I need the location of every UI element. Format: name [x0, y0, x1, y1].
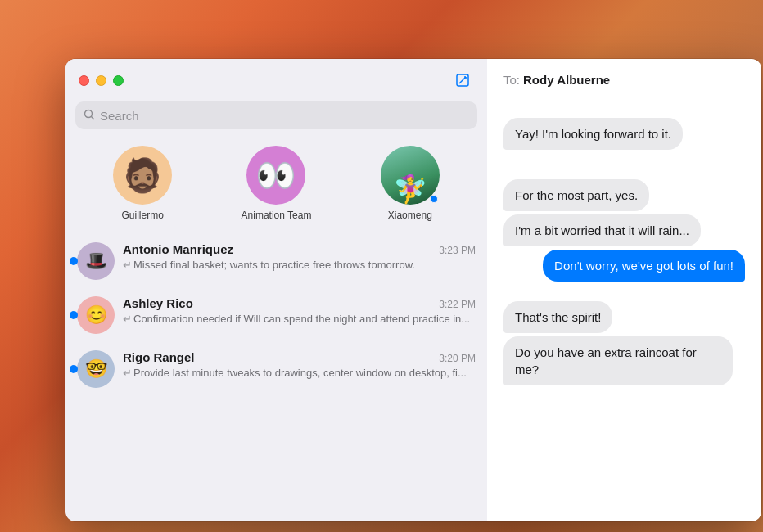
avatar-xiaomeng-wrap: 🧚‍♀️: [381, 146, 440, 205]
rigo-sender: Rigo Rangel: [123, 350, 195, 364]
ashley-content: Ashley Rico 3:22 PM ↵Confirmation needed…: [123, 296, 476, 327]
bubble-row-1: For the most part, yes.: [503, 179, 745, 211]
chat-panel: To: Rody Albuerne Yay! I'm looking forwa…: [487, 59, 761, 521]
messages-window: Search 🧔🏽 Guillermo 👀 Ani: [65, 59, 761, 521]
bubble-4: That's the spirit!: [503, 301, 612, 333]
chat-messages: Yay! I'm looking forward to it. For the …: [487, 101, 761, 521]
unread-dot-antonio: [70, 257, 78, 265]
bubble-1: For the most part, yes.: [503, 179, 649, 211]
ashley-header: Ashley Rico 3:22 PM: [123, 296, 476, 310]
bubble-3: Don't worry, we've got lots of fun!: [543, 250, 745, 282]
antonio-preview: ↵Missed final basket; wants to practice …: [123, 258, 476, 273]
bubble-row-2: I'm a bit worried that it will rain...: [503, 214, 745, 246]
antonio-emoji: 🎩: [85, 250, 107, 272]
to-label: To:: [503, 73, 520, 87]
bubble-row-4: That's the spirit!: [503, 301, 745, 333]
bubble-row-0: Yay! I'm looking forward to it.: [503, 118, 745, 150]
avatar-animation-team-wrap: 👀: [246, 146, 305, 205]
animation-team-name: Animation Team: [242, 210, 312, 221]
rigo-emoji: 🤓: [85, 358, 107, 380]
ashley-preview-icon: ↵: [123, 313, 132, 325]
avatar-guillermo: 🧔🏽: [113, 146, 172, 205]
bubble-0: Yay! I'm looking forward to it.: [503, 118, 683, 150]
svg-line-1: [459, 77, 466, 83]
antonio-sender: Antonio Manriquez: [123, 242, 233, 256]
spacer-1: [503, 156, 745, 173]
chat-recipient: Rody Albuerne: [523, 73, 610, 87]
rigo-header: Rigo Rangel 3:20 PM: [123, 350, 476, 364]
antonio-content: Antonio Manriquez 3:23 PM ↵Missed final …: [123, 242, 476, 273]
search-icon: [84, 109, 95, 123]
rigo-preview-icon: ↵: [123, 367, 132, 379]
ashley-sender: Ashley Rico: [123, 296, 193, 310]
message-item-rigo[interactable]: 🤓 Rigo Rangel 3:20 PM ↵Provide last minu…: [65, 342, 487, 396]
search-bar[interactable]: Search: [75, 101, 477, 129]
avatar-rigo: 🤓: [77, 350, 115, 388]
pinned-contacts: 🧔🏽 Guillermo 👀 Animation Team 🧚‍♀️: [65, 139, 487, 234]
bubble-row-3: Don't worry, we've got lots of fun!: [503, 250, 745, 282]
spacer-2: [503, 288, 745, 295]
chat-header: To: Rody Albuerne: [487, 59, 761, 101]
maximize-button[interactable]: [113, 75, 124, 86]
antonio-header: Antonio Manriquez 3:23 PM: [123, 242, 476, 256]
unread-dot-ashley: [70, 311, 78, 319]
xiaomeng-emoji: 🧚‍♀️: [393, 175, 427, 203]
ashley-emoji: 😊: [85, 304, 107, 326]
antonio-time: 3:23 PM: [439, 245, 476, 256]
antonio-preview-icon: ↵: [123, 259, 132, 271]
avatar-antonio: 🎩: [77, 242, 115, 280]
rigo-time: 3:20 PM: [439, 353, 476, 364]
sidebar: Search 🧔🏽 Guillermo 👀 Ani: [65, 59, 487, 521]
minimize-button[interactable]: [96, 75, 106, 86]
pinned-xiaomeng[interactable]: 🧚‍♀️ Xiaomeng: [381, 146, 440, 221]
compose-button[interactable]: [451, 69, 474, 92]
xiaomeng-name: Xiaomeng: [388, 210, 432, 221]
avatar-animation-team: 👀: [246, 146, 305, 205]
search-placeholder: Search: [100, 109, 139, 123]
pinned-animation-team[interactable]: 👀 Animation Team: [242, 146, 312, 221]
message-item-antonio[interactable]: 🎩 Antonio Manriquez 3:23 PM ↵Missed fina…: [65, 234, 487, 288]
rigo-preview: ↵Provide last minute tweaks to drawings,…: [123, 366, 476, 381]
rigo-content: Rigo Rangel 3:20 PM ↵Provide last minute…: [123, 350, 476, 381]
guillermo-emoji: 🧔🏽: [122, 159, 163, 192]
avatar-guillermo-wrap: 🧔🏽: [113, 146, 172, 205]
bubble-group-1: For the most part, yes. I'm a bit worrie…: [503, 179, 745, 282]
guillermo-name: Guillermo: [122, 210, 164, 221]
avatar-ashley: 😊: [77, 296, 115, 334]
animation-team-emoji: 👀: [255, 159, 296, 192]
ashley-preview: ↵Confirmation needed if Will can spend t…: [123, 312, 476, 327]
xiaomeng-unread-dot: [430, 195, 438, 203]
svg-line-5: [92, 116, 94, 119]
bubble-row-5: Do you have an extra raincoat for me?: [503, 336, 745, 385]
bubble-group-2: That's the spirit! Do you have an extra …: [503, 301, 745, 385]
unread-dot-rigo: [70, 365, 78, 373]
bubble-5: Do you have an extra raincoat for me?: [503, 336, 733, 385]
bubble-2: I'm a bit worried that it will rain...: [503, 214, 701, 246]
traffic-lights: [79, 75, 124, 86]
pinned-guillermo[interactable]: 🧔🏽 Guillermo: [113, 146, 172, 221]
message-item-ashley[interactable]: 😊 Ashley Rico 3:22 PM ↵Confirmation need…: [65, 288, 487, 342]
close-button[interactable]: [79, 75, 89, 86]
message-list: 🎩 Antonio Manriquez 3:23 PM ↵Missed fina…: [65, 234, 487, 521]
ashley-time: 3:22 PM: [439, 299, 476, 310]
titlebar: [65, 59, 487, 101]
